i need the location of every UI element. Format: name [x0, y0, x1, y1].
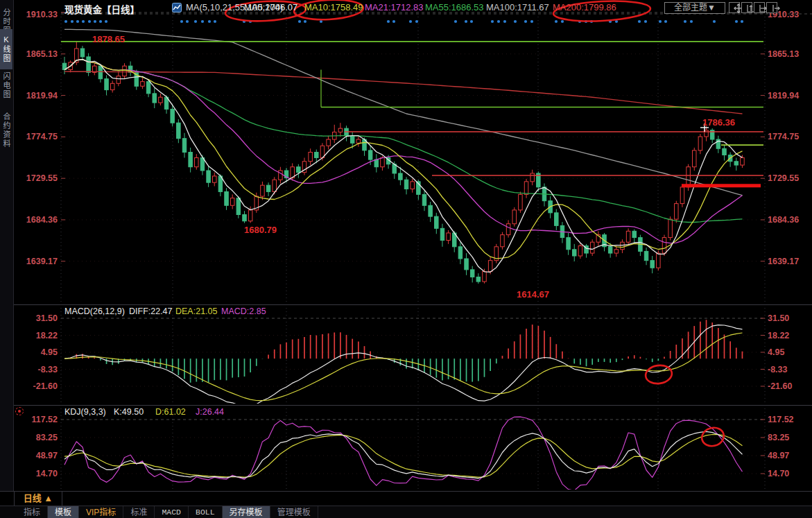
tab-indicators[interactable]: 指标 [17, 506, 48, 518]
kdj-j-value: J:26.44 [196, 407, 224, 417]
candle [578, 245, 582, 256]
macd-series [64, 320, 742, 383]
event-dot [71, 20, 74, 23]
candle [350, 136, 354, 144]
candle [632, 231, 637, 237]
kdj-params-label: KDJ(9,3,3) [64, 407, 106, 417]
tab-templates[interactable]: 模板 [48, 506, 79, 518]
event-dot [76, 20, 79, 23]
candle [447, 233, 451, 241]
macd-diff-value: DIFF:22.47 [129, 307, 173, 316]
candle [567, 238, 571, 250]
tab-macd[interactable]: MACD [155, 506, 189, 518]
fit-vertical-axis-icon[interactable] [741, 2, 752, 13]
candle [644, 251, 648, 260]
candle [680, 187, 684, 204]
event-dot [88, 20, 91, 23]
macd-dea-value: DEA:21.05 [175, 307, 217, 316]
kdj-axis-label-left: 117.52 [17, 415, 58, 424]
theme-selector-dropdown[interactable]: 全部主题▼ [664, 2, 725, 14]
candle [399, 173, 403, 180]
kdj-axis-label-right: 83.25 [768, 433, 809, 442]
kdj-axis-label-left: 48.97 [17, 451, 58, 460]
candle [476, 277, 481, 282]
event-dot [180, 20, 183, 23]
price-annotation: 1786.36 [702, 117, 735, 128]
event-dot [415, 20, 418, 23]
macd-axis-label-left: 31.50 [17, 313, 58, 323]
macd-axis-label-left: -21.60 [17, 381, 58, 391]
period-selector[interactable]: 日线 ▲ [14, 492, 62, 506]
sidebar-item-contract-info[interactable]: 合约资料 [0, 107, 12, 154]
candle [356, 139, 361, 143]
candle [530, 173, 535, 182]
shift-right-icon[interactable] [766, 2, 777, 13]
event-dot [194, 20, 197, 23]
candle [524, 182, 528, 195]
candle [693, 150, 697, 167]
candle [195, 157, 199, 166]
candle [465, 259, 469, 270]
macd-axis-label-left: 18.22 [17, 331, 58, 340]
event-dot [64, 20, 67, 23]
price-axis-label-left: 1639.17 [17, 257, 58, 266]
candle [98, 66, 103, 79]
candle [608, 247, 612, 253]
tab-save-template[interactable]: 另存模板 [223, 506, 270, 518]
tab-standard[interactable]: 标准 [123, 506, 155, 518]
event-dot [454, 20, 457, 23]
macd-axis-label-right: -8.33 [768, 365, 809, 374]
kdj-d-value: D:61.02 [155, 407, 186, 417]
tab-boll[interactable]: BOLL [189, 506, 223, 518]
sidebar-item-lightning-chart[interactable]: 闪电图 [0, 64, 12, 107]
event-dot [99, 20, 102, 23]
price-axis-label-left: 1774.75 [17, 132, 58, 141]
candle [182, 139, 187, 153]
chart-canvas[interactable] [0, 0, 812, 518]
candle [723, 148, 727, 155]
fit-horizontal-axis-icon[interactable] [754, 2, 765, 13]
event-dot [684, 20, 686, 23]
event-dot [555, 20, 558, 23]
candle [159, 97, 163, 103]
left-sidebar: 分时图 K线图 闪电图 合约资料 [0, 0, 14, 506]
candle [657, 253, 661, 268]
ma200-value: MA200:1799.86 [553, 2, 616, 13]
pan-icon[interactable] [729, 2, 740, 13]
candle [327, 139, 331, 146]
candle [213, 176, 217, 182]
price-annotation: 1878.65 [92, 34, 125, 44]
trading-terminal-window: 分时图 K线图 闪电图 合约资料 现货黄金【日线】 MA(5,10,21,55,… [0, 0, 812, 518]
kdj-axis-label-right: 14.70 [768, 469, 809, 478]
candle [411, 182, 415, 189]
candle [404, 180, 408, 189]
tab-manage-template[interactable]: 管理模板 [270, 506, 318, 518]
indicator-marker-icon[interactable] [15, 407, 24, 415]
macd-axis-label-right: 4.95 [768, 347, 809, 357]
candle [243, 214, 247, 221]
tab-vip-indicators[interactable]: VIP指标 [79, 506, 123, 518]
instrument-title: 现货黄金【日线】 [64, 2, 139, 13]
candle [236, 198, 241, 215]
macd-axis-label-right: 31.50 [768, 313, 809, 323]
event-dot [741, 20, 743, 23]
macd-axis-label-left: -8.33 [17, 365, 58, 374]
candle [501, 235, 505, 247]
macd-params-label: MACD(26,12,9) [64, 307, 125, 316]
candle [309, 153, 313, 162]
candle [483, 272, 487, 282]
candle [266, 185, 270, 191]
event-dot [659, 20, 662, 23]
price-axis-label-left: 1729.55 [17, 173, 58, 183]
event-dot [94, 20, 96, 23]
event-dot [409, 20, 412, 23]
event-dot [105, 20, 107, 23]
kdj-axis-label-left: 83.25 [17, 433, 58, 442]
event-dot [201, 20, 204, 23]
candle [429, 205, 433, 216]
candle [261, 185, 265, 196]
candle [315, 153, 319, 158]
price-annotation: 1614.67 [517, 289, 549, 300]
candle [590, 242, 594, 253]
kdj-k-value: K:49.50 [114, 407, 144, 417]
